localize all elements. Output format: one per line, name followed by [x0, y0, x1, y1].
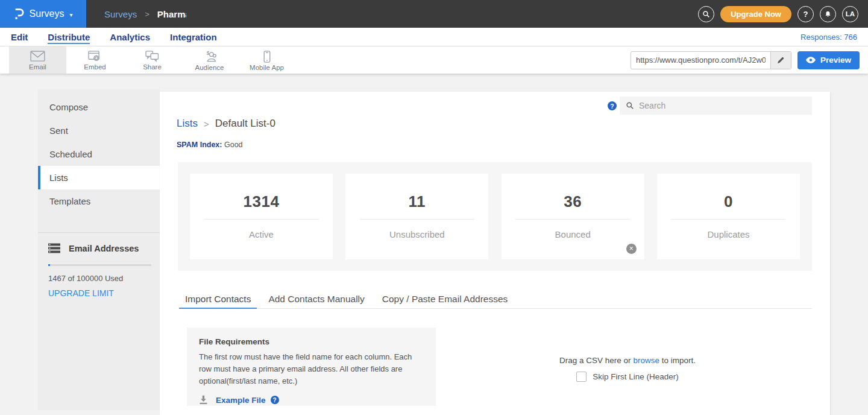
usage-text: 1467 of 100000 Used — [48, 274, 151, 283]
tab-import-contacts[interactable]: Import Contacts — [179, 291, 257, 308]
contact-search-input[interactable] — [639, 101, 806, 110]
sidebar-item-sent[interactable]: Sent — [38, 119, 160, 142]
stat-card-active: 1314 Active — [190, 174, 333, 259]
sidebar-item-compose[interactable]: Compose — [38, 95, 160, 119]
channel-audience[interactable]: $ Audience — [181, 46, 238, 74]
usage-progress-fill — [48, 264, 50, 266]
header-actions: Upgrade Now ? LA — [698, 6, 868, 22]
stat-label: Unsubscribed — [389, 229, 445, 239]
search-icon — [702, 10, 710, 18]
channel-label: Share — [143, 63, 162, 71]
help-button[interactable]: ? — [797, 6, 814, 22]
channel-label: Audience — [195, 64, 224, 71]
sidebar-item-lists[interactable]: Lists — [38, 166, 160, 189]
stat-label: Active — [249, 229, 274, 239]
list-help-icon[interactable]: ? — [608, 101, 617, 110]
drag-csv-text: Drag a CSV here or browse to import. — [443, 356, 812, 365]
sidebar-item-scheduled[interactable]: Scheduled — [38, 142, 160, 166]
file-requirements-box: File Requirements The first row must hav… — [187, 328, 436, 406]
drag-text-prefix: Drag a CSV here or — [559, 356, 633, 365]
content-area: Compose Sent Scheduled Lists Templates E… — [0, 74, 868, 415]
edit-url-button[interactable] — [770, 52, 791, 69]
contact-search-box — [620, 97, 812, 115]
skip-first-line-label: Skip First Line (Header) — [593, 372, 679, 381]
embed-icon — [88, 51, 102, 62]
notifications-button[interactable] — [820, 6, 836, 22]
skip-first-line-row: Skip First Line (Header) — [576, 372, 679, 382]
stat-value: 11 — [409, 192, 426, 211]
stat-label: Duplicates — [707, 229, 749, 239]
channel-mobile-app[interactable]: Mobile App — [238, 46, 295, 74]
file-requirements-body: The first row must have the field name f… — [199, 351, 421, 387]
browse-link[interactable]: browse — [633, 356, 659, 365]
channel-share[interactable]: Share — [124, 46, 181, 74]
breadcrumb-separator: > — [204, 119, 209, 129]
lists-panel: ? Lists > Default List-0 SPAM Index: Goo… — [160, 92, 830, 415]
responses-count[interactable]: Responses: 766 — [800, 33, 857, 42]
channel-email[interactable]: Email — [9, 46, 66, 74]
stat-card-duplicates: 0 Duplicates — [657, 174, 800, 259]
search-icon — [626, 101, 634, 110]
channel-label: Email — [29, 63, 46, 71]
share-icon — [145, 51, 159, 62]
stat-divider — [360, 219, 474, 220]
usage-progress-bar — [48, 264, 151, 266]
bell-icon — [824, 10, 832, 18]
drag-text-suffix: to import. — [659, 356, 696, 365]
tab-add-contacts-manually[interactable]: Add Contacts Manually — [262, 291, 370, 308]
eye-icon — [806, 57, 816, 63]
email-icon — [30, 51, 45, 62]
stat-value: 1314 — [244, 192, 280, 211]
top-header: Surveys ▾ Surveys > Pharma Upgrade Now ?… — [0, 0, 868, 28]
breadcrumb-survey-name: Pharma — [157, 9, 186, 19]
channel-group: Email Embed Share $ Audience — [9, 46, 295, 74]
chevron-down-icon: ▾ — [69, 11, 72, 18]
list-icon — [48, 243, 60, 253]
survey-link-group: Preview — [631, 46, 868, 74]
avatar[interactable]: LA — [842, 6, 858, 22]
search-button[interactable] — [698, 6, 714, 22]
stat-value: 36 — [564, 192, 582, 211]
upgrade-limit-link[interactable]: UPGRADE LIMIT — [48, 288, 114, 298]
email-addresses-section: Email Addresses 1467 of 100000 Used UPGR… — [38, 233, 160, 299]
tab-analytics[interactable]: Analytics — [110, 28, 150, 46]
tab-edit[interactable]: Edit — [11, 28, 28, 46]
channel-embed[interactable]: Embed — [66, 46, 124, 74]
tab-distribute[interactable]: Distribute — [48, 28, 90, 46]
clear-bounced-icon[interactable]: × — [626, 244, 637, 254]
upgrade-now-button[interactable]: Upgrade Now — [720, 6, 791, 22]
questionpro-logo-icon — [14, 7, 24, 21]
spam-index-value: Good — [224, 141, 243, 149]
preview-button[interactable]: Preview — [797, 51, 860, 69]
csv-drop-zone[interactable]: Drag a CSV here or browse to import. Ski… — [443, 356, 812, 384]
email-addresses-title: Email Addresses — [69, 244, 139, 253]
product-switcher[interactable]: Surveys ▾ — [0, 0, 86, 28]
audience-icon: $ — [202, 51, 217, 63]
channel-label: Embed — [84, 63, 105, 71]
sidebar-item-templates[interactable]: Templates — [38, 189, 160, 213]
stat-divider — [515, 219, 630, 220]
stat-label: Bounced — [555, 229, 591, 239]
current-list-name: Default List-0 — [215, 118, 275, 130]
breadcrumb-surveys-link[interactable]: Surveys — [104, 9, 137, 19]
spam-index: SPAM Index: Good — [177, 141, 243, 149]
stat-card-bounced: 36 Bounced × — [502, 174, 644, 259]
spam-index-label: SPAM Index: — [177, 141, 222, 149]
channel-label: Mobile App — [250, 64, 284, 71]
tab-copy-paste-email-addresses[interactable]: Copy / Paste Email Addresses — [376, 291, 514, 308]
svg-text:$: $ — [207, 51, 210, 56]
download-icon — [199, 395, 208, 405]
product-name: Surveys — [30, 8, 64, 19]
file-requirements-title: File Requirements — [199, 337, 424, 346]
pencil-icon — [776, 56, 785, 65]
survey-url-input[interactable] — [631, 52, 770, 69]
header-breadcrumb: Surveys > Pharma — [104, 9, 186, 19]
tab-integration[interactable]: Integration — [170, 28, 217, 46]
example-file-help-icon[interactable]: ? — [271, 396, 279, 404]
sidebar-menu: Compose Sent Scheduled Lists Templates — [38, 89, 160, 213]
stat-divider — [671, 219, 785, 220]
example-file-link[interactable]: Example File — [216, 396, 266, 405]
skip-first-line-checkbox[interactable] — [576, 372, 587, 382]
lists-link[interactable]: Lists — [177, 118, 198, 130]
stat-card-unsubscribed: 11 Unsubscribed — [345, 174, 488, 259]
